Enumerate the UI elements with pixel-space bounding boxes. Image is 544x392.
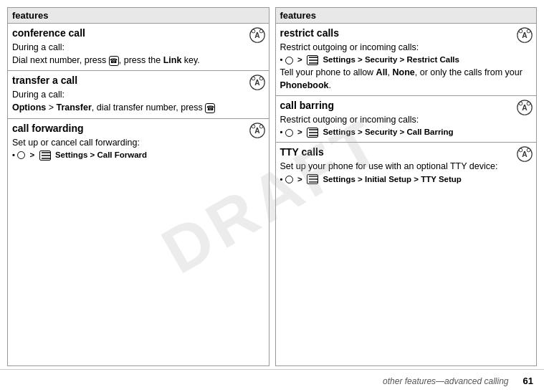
restrict-line-1: Restrict outgoing or incoming calls: <box>280 41 533 54</box>
tty-calls-body: Set up your phone for use with an option… <box>280 160 533 185</box>
footer-text: other features—advanced calling <box>383 376 508 386</box>
restrict-calls-title: restrict calls <box>280 27 533 39</box>
conference-line-2: Dial next number, press ☎, press the Lin… <box>12 54 264 67</box>
call-forwarding-title: call forwarding <box>12 123 264 134</box>
call-barring-block: call barring A Restrict outgoing or inco… <box>276 96 537 143</box>
barring-line-1: Restrict outgoing or incoming calls: <box>280 113 533 126</box>
restrict-line-2: • > Settings > Security > Restrict Calls <box>280 54 533 66</box>
call-forwarding-block: call forwarding A Set up or cancel call … <box>8 119 269 165</box>
right-column: features restrict calls A Restrict outgo… <box>275 7 538 366</box>
right-column-header: features <box>276 8 537 24</box>
conference-line-1: During a call: <box>12 41 264 54</box>
svg-text:A: A <box>254 32 260 39</box>
voice-icon-conference: A <box>249 27 265 43</box>
left-column: features conference call A During a call… <box>7 7 269 366</box>
conference-call-title: conference call <box>12 27 264 39</box>
svg-point-3 <box>259 29 263 33</box>
left-column-header: features <box>8 8 269 24</box>
restrict-calls-body: Restrict outgoing or incoming calls: • >… <box>280 41 533 92</box>
barring-line-2: • > Settings > Security > Call Barring <box>280 126 533 138</box>
tty-line-2: • > Settings > Initial Setup > TTY Setup <box>280 173 533 186</box>
voice-icon-tty: A <box>517 146 533 162</box>
forwarding-line-2: • > Settings > Call Forward <box>12 149 264 161</box>
transfer-call-title: transfer a call <box>12 75 264 86</box>
transfer-call-block: transfer a call A During a call: Options… <box>8 71 269 118</box>
svg-point-7 <box>259 77 263 80</box>
conference-call-block: conference call A During a call: Dial ne… <box>8 24 269 71</box>
call-forwarding-body: Set up or cancel call forwarding: • > Se… <box>12 136 264 161</box>
svg-text:A: A <box>254 126 260 134</box>
svg-point-18 <box>527 29 530 33</box>
voice-icon-barring: A <box>517 100 533 115</box>
svg-text:A: A <box>254 79 260 87</box>
forwarding-line-1: Set up or cancel call forwarding: <box>12 136 264 149</box>
footer-page: 61 <box>523 376 533 386</box>
svg-point-32 <box>527 149 530 153</box>
content-area: features conference call A During a call… <box>0 0 544 366</box>
page-container: features conference call A During a call… <box>0 0 544 392</box>
transfer-call-body: During a call: Options > Transfer, dial … <box>12 88 264 114</box>
restrict-line-3: Tell your phone to allow All, None, or o… <box>280 66 533 92</box>
tty-calls-title: TTY calls <box>280 146 533 158</box>
svg-text:A: A <box>522 104 528 112</box>
conference-call-body: During a call: Dial next number, press ☎… <box>12 41 264 67</box>
svg-text:A: A <box>522 32 528 39</box>
transfer-line-2: Options > Transfer, dial transfer number… <box>12 101 264 114</box>
tty-calls-block: TTY calls A Set up your phone for use wi… <box>276 143 537 188</box>
voice-icon-forwarding: A <box>249 123 265 138</box>
footer: other features—advanced calling 61 <box>0 369 544 392</box>
restrict-calls-block: restrict calls A Restrict outgoing or in… <box>276 24 537 96</box>
voice-icon-transfer: A <box>249 75 265 90</box>
call-barring-body: Restrict outgoing or incoming calls: • >… <box>280 113 533 138</box>
svg-point-25 <box>527 102 530 105</box>
call-barring-title: call barring <box>280 100 533 111</box>
voice-icon-restrict: A <box>517 27 533 43</box>
svg-text:A: A <box>522 150 528 158</box>
svg-point-11 <box>259 125 263 128</box>
transfer-line-1: During a call: <box>12 88 264 101</box>
tty-line-1: Set up your phone for use with an option… <box>280 160 533 173</box>
